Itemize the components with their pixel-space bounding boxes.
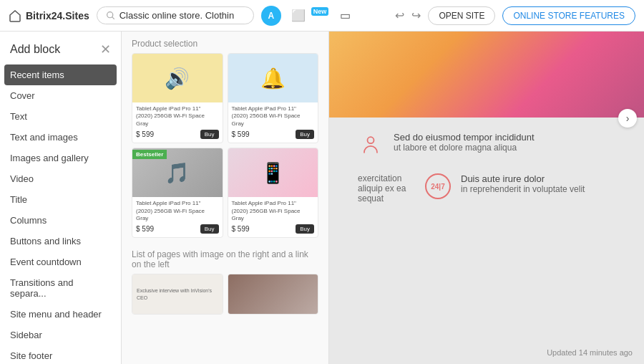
add-block-header: Add block ✕ bbox=[0, 32, 121, 64]
product-card-body-2: Tablet Apple iPad Pro 11" (2020) 256GB W… bbox=[228, 102, 318, 143]
header: Bitrix24.Sites A ⬜ New ▭ ↩ ↪ OPEN SITE O… bbox=[0, 0, 644, 32]
preview-panel: › Sed do eiusmod tempor incididunt ut la… bbox=[329, 32, 644, 364]
feature-subtitle-1: ut labore et dolore magna aliqua bbox=[394, 143, 535, 153]
product-price-3: $ 599 bbox=[136, 225, 154, 233]
redo-button[interactable]: ↪ bbox=[411, 9, 421, 22]
sidebar-item-text-images[interactable]: Text and images bbox=[0, 127, 121, 148]
buy-button-3[interactable]: Buy bbox=[200, 224, 219, 234]
close-icon[interactable]: ✕ bbox=[100, 43, 111, 56]
preview-content: Sed do eiusmod tempor incididunt ut labo… bbox=[329, 118, 644, 234]
product-card-2[interactable]: 🔔 Tablet Apple iPad Pro 11" (2020) 256GB… bbox=[228, 53, 319, 143]
sidebar-menu: Recent items Cover Text Text and images … bbox=[0, 64, 121, 364]
svg-point-1 bbox=[368, 137, 374, 143]
sidebar-item-site-menu-header[interactable]: Site menu and header bbox=[0, 304, 121, 325]
device-icons: ⬜ New ▭ bbox=[291, 9, 351, 22]
open-site-button[interactable]: OPEN SITE bbox=[428, 6, 495, 25]
product-card-body-3: Tablet Apple iPad Pro 11" (2020) 256GB W… bbox=[132, 197, 223, 237]
product-grid: 🔊 Tablet Apple iPad Pro 11" (2020) 256GB… bbox=[122, 53, 328, 245]
buy-button-2[interactable]: Buy bbox=[296, 130, 314, 139]
feature-text-1: Sed do eiusmod tempor incididunt ut labo… bbox=[394, 132, 535, 153]
buy-button-1[interactable]: Buy bbox=[200, 130, 219, 139]
product-footer-3: $ 599 Buy bbox=[136, 224, 219, 234]
feature-subtitle-2: in reprehenderit in voluptate velit bbox=[461, 184, 585, 194]
preview-footer: Updated 14 minutes ago bbox=[547, 348, 633, 357]
list-preview-text: Exclusive interview with InVision's CEO bbox=[132, 274, 223, 314]
sidebar-item-columns[interactable]: Columns bbox=[0, 210, 121, 231]
list-item[interactable]: 🔊 Tablet Apple iPad Pro 11" (2020) 256GB… bbox=[132, 53, 223, 143]
product-title-4: Tablet Apple iPad Pro 11" (2020) 256GB W… bbox=[232, 200, 315, 222]
add-block-title: Add block bbox=[10, 43, 60, 56]
product-image-4: 📱 bbox=[228, 148, 318, 197]
search-icon bbox=[106, 11, 115, 20]
product-price-2: $ 599 bbox=[232, 130, 250, 138]
list-item[interactable]: 🔔 Tablet Apple iPad Pro 11" (2020) 256GB… bbox=[228, 53, 319, 143]
new-badge: New bbox=[311, 7, 329, 16]
product-card-body-4: Tablet Apple iPad Pro 11" (2020) 256GB W… bbox=[228, 197, 318, 237]
sidebar-item-text[interactable]: Text bbox=[0, 106, 121, 127]
product-card-body-1: Tablet Apple iPad Pro 11" (2020) 256GB W… bbox=[132, 102, 223, 143]
exercitation-text: exercitation bbox=[358, 173, 415, 183]
24-7-icon: 24|7 bbox=[425, 173, 451, 199]
updated-text: Updated 14 minutes ago bbox=[547, 348, 633, 357]
bestseller-badge: Bestseller bbox=[132, 150, 167, 159]
list-section-label: List of pages with image on the right an… bbox=[122, 245, 328, 274]
feature-title-2: Duis aute irure dolor bbox=[461, 173, 585, 184]
feature-row-1: Sed do eiusmod tempor incididunt ut labo… bbox=[358, 132, 615, 158]
product-footer-4: $ 599 Buy bbox=[232, 224, 315, 234]
feature-row-2: exercitation aliquip ex ea sequat 24|7 D… bbox=[358, 173, 615, 203]
logo-text: Bitrix24.Sites bbox=[26, 10, 89, 21]
online-store-features-button[interactable]: ONLINE STORE FEATURES bbox=[502, 6, 635, 25]
feature-text-2: Duis aute irure dolor in reprehenderit i… bbox=[461, 173, 585, 194]
content-panel: Product selection 🔊 Tablet Apple iPad Pr… bbox=[122, 32, 329, 364]
search-input[interactable] bbox=[119, 10, 234, 21]
list-preview: Exclusive interview with InVision's CEO bbox=[122, 274, 328, 315]
list-preview-photo bbox=[228, 274, 318, 314]
product-image-2: 🔔 bbox=[228, 54, 318, 102]
product-price-4: $ 599 bbox=[232, 225, 250, 233]
list-item[interactable]: 📱 Tablet Apple iPad Pro 11" (2020) 256GB… bbox=[228, 148, 319, 238]
sidebar-item-title[interactable]: Title bbox=[0, 189, 121, 210]
product-price-1: $ 599 bbox=[136, 130, 154, 138]
product-title-2: Tablet Apple iPad Pro 11" (2020) 256GB W… bbox=[232, 105, 315, 128]
feature-title-1: Sed do eiusmod tempor incididunt bbox=[394, 132, 535, 143]
sidebar-item-cover[interactable]: Cover bbox=[0, 85, 121, 106]
sequat-text: sequat bbox=[358, 193, 415, 203]
sidebar-item-buttons-links[interactable]: Buttons and links bbox=[0, 231, 121, 252]
search-bar[interactable] bbox=[97, 6, 254, 24]
home-icon bbox=[9, 9, 21, 22]
undo-button[interactable]: ↩ bbox=[395, 9, 404, 22]
add-block-panel: Add block ✕ Recent items Cover Text Text… bbox=[0, 32, 122, 364]
product-title-1: Tablet Apple iPad Pro 11" (2020) 256GB W… bbox=[136, 105, 219, 128]
product-title-3: Tablet Apple iPad Pro 11" (2020) 256GB W… bbox=[136, 200, 219, 222]
product-footer-2: $ 599 Buy bbox=[232, 130, 315, 139]
person-icon bbox=[358, 132, 384, 158]
preview-hero-image bbox=[329, 32, 644, 118]
sidebar-item-recent[interactable]: Recent items bbox=[4, 64, 117, 85]
tablet-icon[interactable]: ▭ bbox=[340, 9, 351, 22]
buy-button-4[interactable]: Buy bbox=[296, 224, 314, 234]
sidebar-item-event-countdown[interactable]: Event countdown bbox=[0, 252, 121, 272]
chevron-right-icon[interactable]: › bbox=[618, 109, 637, 128]
list-item[interactable]: Exclusive interview with InVision's CEO bbox=[132, 274, 223, 315]
sidebar-item-transitions[interactable]: Transitions and separa... bbox=[0, 272, 121, 304]
product-selection-label: Product selection bbox=[122, 32, 328, 53]
product-footer-1: $ 599 Buy bbox=[136, 130, 219, 139]
product-card-4[interactable]: 📱 Tablet Apple iPad Pro 11" (2020) 256GB… bbox=[228, 148, 319, 238]
logo: Bitrix24.Sites bbox=[9, 9, 89, 22]
product-image-1: 🔊 bbox=[132, 54, 223, 102]
list-item[interactable]: 🎵 Bestseller Tablet Apple iPad Pro 11" (… bbox=[132, 148, 223, 238]
sidebar-item-site-footer[interactable]: Site footer bbox=[0, 345, 121, 364]
desktop-icon[interactable]: ⬜ bbox=[291, 9, 306, 22]
aliquip-text: aliquip ex ea bbox=[358, 183, 415, 193]
sidebar-item-images-gallery[interactable]: Images and gallery bbox=[0, 148, 121, 168]
product-card-1[interactable]: 🔊 Tablet Apple iPad Pro 11" (2020) 256GB… bbox=[132, 53, 223, 143]
main-layout: Add block ✕ Recent items Cover Text Text… bbox=[0, 32, 644, 364]
sidebar-item-video[interactable]: Video bbox=[0, 168, 121, 189]
avatar: A bbox=[261, 6, 281, 26]
list-item[interactable] bbox=[228, 274, 319, 315]
product-card-3[interactable]: 🎵 Bestseller Tablet Apple iPad Pro 11" (… bbox=[132, 148, 223, 238]
exercitation-block: exercitation aliquip ex ea sequat bbox=[358, 173, 415, 203]
sidebar-item-sidebar[interactable]: Sidebar bbox=[0, 325, 121, 345]
